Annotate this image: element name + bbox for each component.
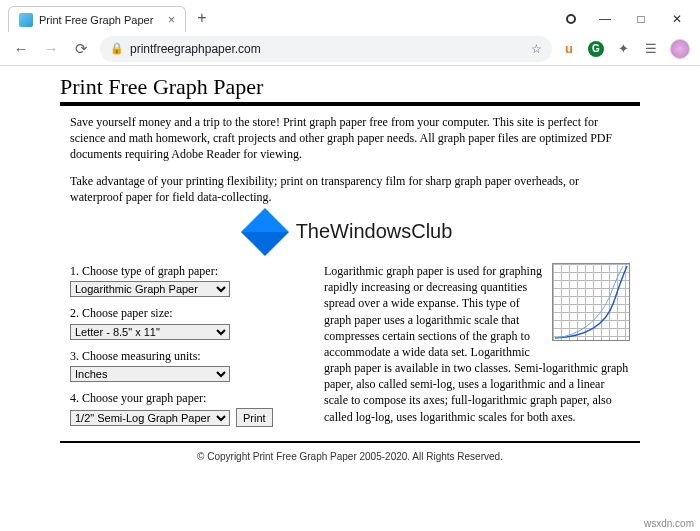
- graph-type-select[interactable]: Logarithmic Graph Paper: [70, 281, 230, 297]
- step2-label: 2. Choose paper size:: [70, 305, 300, 321]
- step3-label: 3. Choose measuring units:: [70, 348, 300, 364]
- divider: [60, 102, 640, 106]
- page-title: Print Free Graph Paper: [60, 74, 640, 100]
- paper-size-select[interactable]: Letter - 8.5" x 11": [70, 324, 230, 340]
- extension-g-icon[interactable]: G: [588, 41, 604, 57]
- intro-paragraph-1: Save yourself money and a trip to the st…: [70, 114, 630, 163]
- address-bar[interactable]: 🔒 printfreegraphpaper.com ☆: [100, 36, 552, 62]
- intro-paragraph-2: Take advantage of your printing flexibil…: [70, 173, 630, 205]
- extension-icons: u G ✦ ☰: [560, 39, 690, 59]
- browser-toolbar: ← → ⟳ 🔒 printfreegraphpaper.com ☆ u G ✦ …: [0, 32, 700, 66]
- windowsclub-logo-icon: [241, 208, 289, 256]
- lock-icon: 🔒: [110, 42, 124, 55]
- graph-paper-select[interactable]: 1/2" Semi-Log Graph Paper: [70, 410, 230, 426]
- recording-indicator-icon: [566, 14, 576, 24]
- url-text: printfreegraphpaper.com: [130, 42, 261, 56]
- watermark-text: wsxdn.com: [644, 518, 694, 529]
- close-tab-icon[interactable]: ×: [168, 13, 175, 27]
- window-minimize-button[interactable]: ―: [588, 6, 622, 32]
- logo-block: TheWindowsClub: [70, 215, 630, 249]
- tab-title: Print Free Graph Paper: [39, 14, 162, 26]
- reload-button[interactable]: ⟳: [70, 38, 92, 60]
- footer-copyright: © Copyright Print Free Graph Paper 2005-…: [60, 447, 640, 464]
- log-curve-icon: [553, 264, 629, 340]
- options-column: 1. Choose type of graph paper: Logarithm…: [70, 263, 300, 435]
- page-content: Print Free Graph Paper Save yourself mon…: [0, 66, 700, 468]
- graph-preview-thumbnail: [552, 263, 630, 341]
- logo-text: TheWindowsClub: [296, 218, 453, 245]
- intro-text: Save yourself money and a trip to the st…: [70, 114, 630, 205]
- step1-label: 1. Choose type of graph paper:: [70, 263, 300, 279]
- description-column: Logarithmic graph paper is used for grap…: [324, 263, 630, 435]
- reading-list-icon[interactable]: ☰: [642, 40, 660, 58]
- tab-favicon: [19, 13, 33, 27]
- forward-button[interactable]: →: [40, 38, 62, 60]
- window-close-button[interactable]: ✕: [660, 6, 694, 32]
- back-button[interactable]: ←: [10, 38, 32, 60]
- extension-u-icon[interactable]: u: [560, 40, 578, 58]
- window-maximize-button[interactable]: □: [624, 6, 658, 32]
- browser-titlebar: Print Free Graph Paper × + ― □ ✕: [0, 0, 700, 32]
- divider-bottom: [60, 441, 640, 443]
- new-tab-button[interactable]: +: [190, 6, 214, 30]
- extensions-puzzle-icon[interactable]: ✦: [614, 40, 632, 58]
- bookmark-star-icon[interactable]: ☆: [531, 42, 542, 56]
- browser-tab[interactable]: Print Free Graph Paper ×: [8, 6, 186, 32]
- step4-label: 4. Choose your graph paper:: [70, 390, 300, 406]
- print-button[interactable]: Print: [236, 408, 273, 427]
- profile-avatar[interactable]: [670, 39, 690, 59]
- units-select[interactable]: Inches: [70, 366, 230, 382]
